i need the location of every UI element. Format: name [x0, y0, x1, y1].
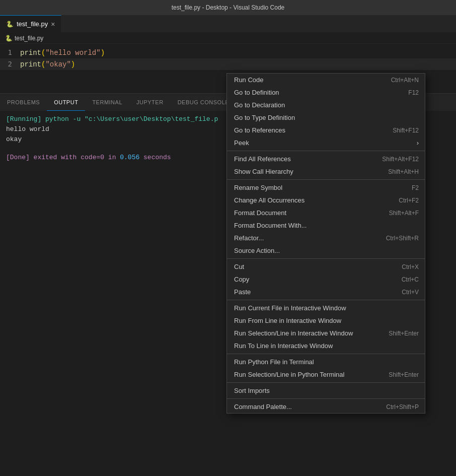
- menu-peek-arrow: ›: [417, 139, 419, 147]
- menu-cut[interactable]: Cut Ctrl+X: [227, 260, 425, 273]
- tab-problems-label: PROBLEMS: [7, 99, 40, 105]
- menu-show-call-hierarchy-label: Show Call Hierarchy: [234, 168, 378, 175]
- menu-run-python-terminal-label: Run Python File in Terminal: [234, 358, 409, 366]
- tab-terminal[interactable]: TERMINAL: [85, 94, 129, 111]
- menu-refactor-label: Refactor...: [234, 234, 376, 242]
- tab-jupyter-label: JUPYTER: [136, 99, 164, 105]
- menu-run-selection-line-interactive-shortcut: Shift+Enter: [389, 330, 419, 337]
- menu-source-action-label: Source Action...: [234, 247, 409, 254]
- menu-command-palette-label: Command Palette...: [234, 403, 376, 411]
- menu-rename-symbol-label: Rename Symbol: [234, 184, 402, 191]
- tab-close-button[interactable]: ×: [51, 21, 55, 28]
- breadcrumb-label: test_file.py: [15, 35, 43, 42]
- separator-4: [227, 300, 425, 300]
- menu-run-selection-python-terminal-label: Run Selection/Line in Python Terminal: [234, 371, 378, 378]
- menu-run-code-shortcut: Ctrl+Alt+N: [391, 77, 419, 84]
- title-text: test_file.py - Desktop - Visual Studio C…: [172, 4, 285, 11]
- tab-debug-console-label: DEBUG CONSOLE: [178, 99, 229, 105]
- menu-command-palette[interactable]: Command Palette... Ctrl+Shift+P: [227, 400, 425, 413]
- tab-output[interactable]: OUTPUT: [47, 94, 85, 111]
- tab-jupyter[interactable]: JUPYTER: [129, 94, 171, 111]
- menu-paste-label: Paste: [234, 288, 392, 296]
- code-content-2: print("okay"): [20, 59, 75, 70]
- menu-peek-label: Peek: [234, 139, 412, 147]
- menu-go-to-declaration[interactable]: Go to Declaration: [227, 99, 425, 111]
- output-running-text: [Running] python -u "c:\Users\user\Deskt…: [6, 115, 218, 123]
- menu-go-to-definition-label: Go to Definition: [234, 89, 398, 96]
- breadcrumb: 🐍 test_file.py: [0, 33, 456, 44]
- tab-output-label: OUTPUT: [54, 99, 78, 105]
- output-done-prefix: [Done] exited with code=0 in: [6, 154, 120, 161]
- output-time: 0.056: [120, 154, 139, 161]
- separator-2: [227, 179, 425, 180]
- menu-change-all-occurrences-label: Change All Occurrences: [234, 196, 389, 204]
- menu-find-all-references-label: Find All References: [234, 155, 372, 163]
- menu-run-selection-line-interactive[interactable]: Run Selection/Line in Interactive Window…: [227, 327, 425, 339]
- menu-rename-symbol-shortcut: F2: [412, 184, 419, 191]
- separator-5: [227, 354, 425, 354]
- menu-go-to-type-definition-label: Go to Type Definition: [234, 114, 409, 121]
- menu-run-to-line-interactive[interactable]: Run To Line in Interactive Window: [227, 339, 425, 352]
- menu-run-selection-python-terminal[interactable]: Run Selection/Line in Python Terminal Sh…: [227, 368, 425, 381]
- menu-run-from-line-interactive[interactable]: Run From Line in Interactive Window: [227, 314, 425, 327]
- menu-cut-shortcut: Ctrl+X: [402, 263, 419, 270]
- menu-show-call-hierarchy-shortcut: Shift+Alt+H: [388, 168, 419, 175]
- menu-format-document-label: Format Document: [234, 209, 379, 217]
- code-line-2: 2 print("okay"): [0, 58, 456, 70]
- menu-sort-imports[interactable]: Sort Imports: [227, 384, 425, 397]
- menu-refactor-shortcut: Ctrl+Shift+R: [386, 235, 419, 242]
- output-hello: hello world: [6, 125, 49, 133]
- tab-terminal-label: TERMINAL: [92, 99, 122, 105]
- menu-go-to-references-label: Go to References: [234, 126, 383, 134]
- separator-3: [227, 258, 425, 259]
- menu-format-document-shortcut: Shift+Alt+F: [389, 210, 419, 217]
- menu-go-to-references[interactable]: Go to References Shift+F12: [227, 124, 425, 137]
- menu-run-selection-python-terminal-shortcut: Shift+Enter: [389, 371, 419, 378]
- separator-1: [227, 151, 425, 151]
- menu-run-code[interactable]: Run Code Ctrl+Alt+N: [227, 74, 425, 86]
- menu-refactor[interactable]: Refactor... Ctrl+Shift+R: [227, 232, 425, 244]
- separator-7: [227, 398, 425, 399]
- menu-format-document-with[interactable]: Format Document With...: [227, 219, 425, 232]
- code-line-1: 1 print("hello world"): [0, 47, 456, 58]
- breadcrumb-icon: 🐍: [5, 35, 13, 42]
- output-okay: okay: [6, 135, 22, 143]
- menu-find-all-references[interactable]: Find All References Shift+Alt+F12: [227, 153, 425, 165]
- menu-format-document[interactable]: Format Document Shift+Alt+F: [227, 207, 425, 219]
- line-number-2: 2: [0, 58, 20, 70]
- title-bar: test_file.py - Desktop - Visual Studio C…: [0, 0, 456, 15]
- menu-run-current-file-interactive-label: Run Current File in Interactive Window: [234, 304, 409, 312]
- menu-go-to-references-shortcut: Shift+F12: [393, 127, 419, 134]
- line-number-1: 1: [0, 47, 20, 58]
- tab-bar: 🐍 test_file.py ×: [0, 15, 456, 33]
- output-done-suffix: seconds: [139, 154, 171, 161]
- menu-run-from-line-interactive-label: Run From Line in Interactive Window: [234, 317, 409, 324]
- menu-go-to-definition[interactable]: Go to Definition F12: [227, 86, 425, 99]
- menu-rename-symbol[interactable]: Rename Symbol F2: [227, 181, 425, 194]
- menu-go-to-type-definition[interactable]: Go to Type Definition: [227, 111, 425, 124]
- menu-source-action[interactable]: Source Action...: [227, 244, 425, 257]
- menu-cut-label: Cut: [234, 263, 392, 270]
- menu-format-document-with-label: Format Document With...: [234, 222, 409, 229]
- context-menu: Run Code Ctrl+Alt+N Go to Definition F12…: [226, 73, 425, 414]
- menu-copy-label: Copy: [234, 276, 392, 283]
- menu-run-code-label: Run Code: [234, 76, 381, 84]
- menu-paste[interactable]: Paste Ctrl+V: [227, 286, 425, 298]
- menu-go-to-declaration-label: Go to Declaration: [234, 101, 409, 109]
- tab-problems[interactable]: PROBLEMS: [0, 94, 47, 111]
- code-editor[interactable]: 1 print("hello world") 2 print("okay"): [0, 44, 456, 73]
- menu-copy[interactable]: Copy Ctrl+C: [227, 273, 425, 286]
- menu-sort-imports-label: Sort Imports: [234, 387, 409, 394]
- menu-command-palette-shortcut: Ctrl+Shift+P: [386, 403, 419, 411]
- separator-6: [227, 382, 425, 383]
- menu-show-call-hierarchy[interactable]: Show Call Hierarchy Shift+Alt+H: [227, 165, 425, 178]
- menu-run-python-terminal[interactable]: Run Python File in Terminal: [227, 356, 425, 368]
- menu-find-all-references-shortcut: Shift+Alt+F12: [382, 156, 419, 163]
- menu-peek[interactable]: Peek ›: [227, 137, 425, 149]
- tab-test-file[interactable]: 🐍 test_file.py ×: [0, 15, 61, 32]
- menu-change-all-occurrences[interactable]: Change All Occurrences Ctrl+F2: [227, 194, 425, 207]
- code-content-1: print("hello world"): [20, 47, 105, 58]
- tab-label: test_file.py: [17, 20, 48, 28]
- menu-run-to-line-interactive-label: Run To Line in Interactive Window: [234, 342, 409, 350]
- menu-run-current-file-interactive[interactable]: Run Current File in Interactive Window: [227, 302, 425, 314]
